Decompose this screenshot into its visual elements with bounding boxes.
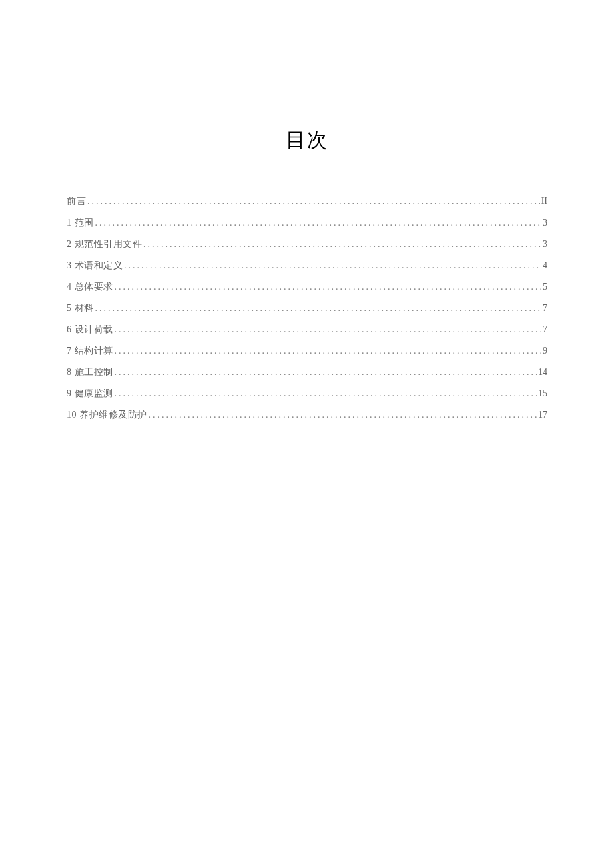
toc-entry-label: 8 施工控制 (67, 368, 113, 377)
toc-entry-label: 2 规范性引用文件 (67, 240, 142, 249)
toc-entry: 5 材料 7 (67, 304, 547, 313)
toc-entry-page: 3 (543, 240, 547, 249)
toc-entry-page: 7 (543, 325, 547, 334)
toc-entry-label: 4 总体要求 (67, 282, 113, 292)
toc-entry-page: 17 (538, 410, 547, 420)
toc-entry: 10 养护维修及防护 17 (67, 410, 547, 420)
toc-entry-label: 1 范围 (67, 218, 94, 228)
toc-leader-dots (115, 368, 537, 377)
toc-entry-page: 9 (543, 346, 547, 356)
toc-entry: 6 设计荷载 7 (67, 325, 547, 334)
table-of-contents: 前言 II 1 范围 3 2 规范性引用文件 3 3 术语和定义 4 4 总体要… (67, 197, 547, 420)
toc-entry-label: 5 材料 (67, 304, 94, 313)
document-page: 目次 前言 II 1 范围 3 2 规范性引用文件 3 3 术语和定义 4 4 … (0, 0, 614, 868)
toc-leader-dots (95, 218, 542, 228)
toc-title: 目次 (67, 127, 547, 154)
toc-entry-page: 4 (543, 261, 547, 270)
toc-entry-label: 10 养护维修及防护 (67, 410, 147, 420)
toc-entry-label: 9 健康监测 (67, 389, 113, 398)
toc-entry: 2 规范性引用文件 3 (67, 240, 547, 249)
toc-leader-dots (95, 304, 542, 313)
toc-leader-dots (87, 197, 540, 206)
toc-entry: 7 结构计算 9 (67, 346, 547, 356)
toc-entry-page: 14 (538, 368, 547, 377)
toc-leader-dots (115, 346, 542, 356)
toc-entry-page: II (541, 197, 547, 206)
toc-entry: 3 术语和定义 4 (67, 261, 547, 270)
toc-leader-dots (149, 410, 537, 420)
toc-entry-label: 3 术语和定义 (67, 261, 123, 270)
toc-leader-dots (115, 282, 542, 292)
toc-entry: 4 总体要求 5 (67, 282, 547, 292)
toc-entry-label: 6 设计荷载 (67, 325, 113, 334)
toc-entry-page: 5 (543, 282, 547, 292)
toc-leader-dots (115, 325, 542, 334)
toc-leader-dots (115, 389, 537, 398)
toc-entry-page: 3 (543, 218, 547, 228)
toc-leader-dots (124, 261, 541, 270)
toc-entry-page: 7 (543, 304, 547, 313)
toc-entry: 前言 II (67, 197, 547, 206)
toc-entry: 8 施工控制 14 (67, 368, 547, 377)
toc-entry-label: 7 结构计算 (67, 346, 113, 356)
toc-leader-dots (143, 240, 541, 249)
toc-entry-label: 前言 (67, 197, 86, 206)
toc-entry: 9 健康监测 15 (67, 389, 547, 398)
toc-entry-page: 15 (538, 389, 547, 398)
toc-entry: 1 范围 3 (67, 218, 547, 228)
